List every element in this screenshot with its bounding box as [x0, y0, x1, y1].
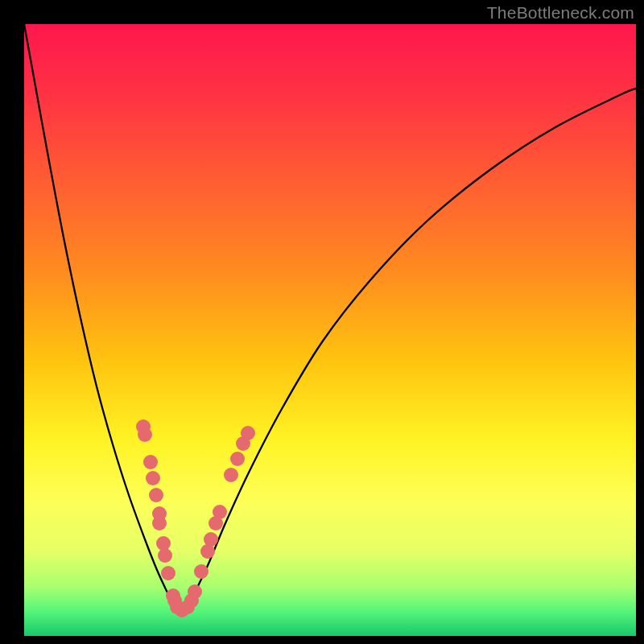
sample-dot [204, 532, 218, 547]
sample-dot [149, 488, 163, 502]
sample-dot [213, 505, 227, 519]
sample-dots-group [136, 419, 255, 617]
sample-dot [143, 455, 158, 469]
sample-dot [230, 452, 245, 466]
sample-dot [241, 426, 255, 440]
attribution-text: TheBottleneck.com [487, 3, 634, 23]
sample-dot [224, 468, 238, 482]
sample-dot [138, 427, 152, 442]
sample-dot [152, 516, 167, 530]
sample-dot [188, 584, 202, 599]
sample-dot [161, 566, 175, 580]
curve-layer [24, 24, 636, 636]
bottleneck-curve [24, 24, 636, 616]
sample-dot [146, 471, 160, 485]
sample-dot [158, 548, 172, 563]
sample-dot [194, 564, 208, 579]
chart-frame: TheBottleneck.com [0, 0, 644, 644]
plot-area [24, 24, 636, 636]
